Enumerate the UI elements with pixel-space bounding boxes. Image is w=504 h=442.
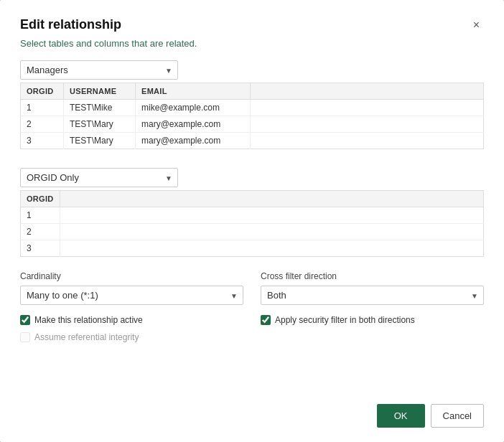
- cell-orgid: 2: [21, 116, 64, 133]
- cell-username: TEST\Mary: [64, 133, 136, 149]
- cross-filter-dropdown-wrapper: Both Single ▼: [261, 286, 484, 305]
- bottom-section: Cardinality Many to one (*:1) One to one…: [20, 271, 484, 342]
- dialog-header: Edit relationship ×: [20, 17, 484, 32]
- table1-dropdown-wrapper: Managers ▼: [20, 60, 178, 80]
- close-button[interactable]: ×: [469, 18, 484, 32]
- cardinality-dropdown[interactable]: Many to one (*:1) One to one (1:1) One t…: [20, 286, 243, 305]
- cardinality-dropdown-wrapper: Many to one (*:1) One to one (1:1) One t…: [20, 286, 243, 305]
- cardinality-label: Cardinality: [20, 271, 243, 281]
- col-header-email: EMAIL: [136, 83, 251, 100]
- table-row: 1 TEST\Mike mike@example.com: [21, 100, 484, 116]
- cancel-button[interactable]: Cancel: [431, 404, 484, 428]
- dialog-title: Edit relationship: [20, 17, 121, 32]
- cross-filter-col: Cross filter direction Both Single ▼ App…: [261, 271, 484, 342]
- cardinality-col: Cardinality Many to one (*:1) One to one…: [20, 271, 243, 342]
- cell-email: mike@example.com: [136, 100, 251, 116]
- cross-filter-label: Cross filter direction: [261, 271, 484, 281]
- cell-username: TEST\Mary: [64, 116, 136, 133]
- cell-username: TEST\Mike: [64, 100, 136, 116]
- col-header-orgid: ORGID: [21, 83, 64, 100]
- table2-data: ORGID 1 2 3: [20, 190, 484, 257]
- cell-orgid: 3: [21, 240, 60, 257]
- integrity-checkbox-label: Assume referential integrity: [34, 332, 139, 342]
- security-checkbox-label[interactable]: Apply security filter in both directions: [275, 315, 415, 325]
- table1-data: ORGID USERNAME EMAIL 1 TEST\Mike mike@ex…: [20, 83, 484, 149]
- table1-section: Managers ▼ ORGID USERNAME EMAIL 1 TEST\M…: [20, 60, 484, 152]
- cell-orgid: 1: [21, 100, 64, 116]
- table-row: 3: [21, 240, 484, 257]
- active-checkbox-label[interactable]: Make this relationship active: [34, 315, 143, 325]
- cell-orgid: 1: [21, 207, 60, 224]
- cell-orgid: 3: [21, 133, 64, 149]
- col-header-orgid2: ORGID: [21, 191, 60, 207]
- integrity-checkbox[interactable]: [20, 332, 30, 342]
- cell-orgid: 2: [21, 224, 60, 240]
- dialog-subtitle: Select tables and columns that are relat…: [20, 38, 484, 49]
- cross-filter-dropdown[interactable]: Both Single: [261, 286, 484, 305]
- security-checkbox-row: Apply security filter in both directions: [261, 315, 484, 325]
- table2-dropdown-wrapper: ORGID Only ▼: [20, 168, 178, 187]
- col-header-empty2: [60, 191, 483, 207]
- col-header-username: USERNAME: [64, 83, 136, 100]
- integrity-checkbox-row: Assume referential integrity: [20, 332, 243, 342]
- active-checkbox[interactable]: [20, 315, 30, 325]
- table2-dropdown[interactable]: ORGID Only: [20, 168, 178, 187]
- cell-email: mary@example.com: [136, 133, 251, 149]
- table1-dropdown[interactable]: Managers: [20, 60, 178, 80]
- security-checkbox[interactable]: [261, 315, 271, 325]
- table-row: 2 TEST\Mary mary@example.com: [21, 116, 484, 133]
- edit-relationship-dialog: Edit relationship × Select tables and co…: [0, 0, 504, 442]
- table-row: 3 TEST\Mary mary@example.com: [21, 133, 484, 149]
- table-row: 2: [21, 224, 484, 240]
- col-header-empty: [251, 83, 484, 100]
- ok-button[interactable]: OK: [377, 404, 425, 428]
- table2-section: ORGID Only ▼ ORGID 1 2: [20, 168, 484, 260]
- dialog-footer: OK Cancel: [20, 392, 484, 428]
- table-row: 1: [21, 207, 484, 224]
- cell-email: mary@example.com: [136, 116, 251, 133]
- subtitle-link: related.: [166, 38, 197, 49]
- active-checkbox-row: Make this relationship active: [20, 315, 243, 325]
